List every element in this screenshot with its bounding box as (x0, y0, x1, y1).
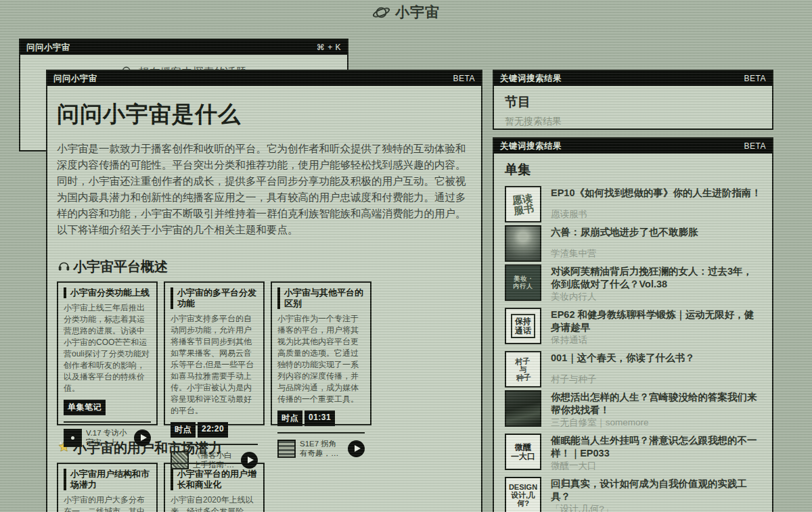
podcast-name: 保持通话 (551, 334, 761, 346)
episode-title: 对谈阿芙精油背后力挽狂澜的女人：过去3年，你到底做对了什么？Vol.38 (551, 265, 761, 291)
ask-answer-window: 问问小宇宙 BETA 问问小宇宙是什么 小宇宙是一款致力于播客创作和收听的平台。… (46, 70, 482, 512)
card-body: 小宇宙支持多平台的自动同步功能，允许用户将播客节目同步到其他如苹果播客、网易云音… (171, 313, 258, 417)
card-body: 小宇宙作为一个专注于播客的平台，用户将其视为比其他内容平台更高质量的选项。它通过… (277, 313, 365, 405)
topic-card: 小宇宙平台的用户增长和商业化 小宇宙自2020年上线以来，经过多个发展阶段，从验… (164, 463, 265, 512)
episode-title: 催眠能当人生外挂吗？潜意识怎么跟我想的不一样！｜EP033 (551, 434, 761, 460)
note-type-badge: 单集笔记 (64, 400, 106, 415)
episode-source[interactable]: S1E7 拐角有奇趣，年轻大社... (277, 434, 365, 458)
card-title: 小宇宙的多平台分发功能 (171, 287, 258, 309)
episode-result-item[interactable]: DESIGN 设计,几何? 回归真实，设计如何成为自我价值观的实践工具？ 「设计… (505, 477, 761, 512)
episode-results-list: 愿读 服书 EP10《如何找到想做的事》你的人生进阶指南！ 愿读服书 六兽：尿崩… (505, 186, 761, 512)
planet-icon (372, 3, 390, 22)
episodes-panel-titlebar[interactable]: 关键词搜索结果 BETA (494, 139, 772, 154)
beta-badge: BETA (744, 141, 766, 151)
play-button[interactable] (348, 440, 365, 457)
shows-panel-titlebar[interactable]: 关键词搜索结果 BETA (494, 71, 772, 86)
search-window-title: 问问小宇宙 (26, 42, 70, 53)
brand-logo: 小宇宙 (0, 3, 812, 22)
topic-card: 小宇宙的多平台分发功能 小宇宙支持多平台的自动同步功能，允许用户将播客节目同步到… (164, 281, 265, 425)
podcast-name: 美妆内行人 (551, 291, 761, 303)
timepoint-label-badge: 时点 (277, 411, 302, 426)
episode-result-item[interactable]: 村子 与 种子 001｜这个春天，你读了什么书？ 村子与种子 (505, 351, 761, 388)
podcast-name: 三无自修室｜somemore (551, 417, 761, 429)
episode-cover: 村子 与 种子 (505, 351, 541, 388)
card-body: 小宇宙的用户大多分布在一、二线城市，其中许多用户的年收入超过25万，68%为女性… (64, 494, 151, 512)
episode-cover: 愿读 服书 (505, 186, 541, 223)
podcast-name: 村子与种子 (551, 373, 761, 386)
timestamp-badge: 01:31 (304, 411, 335, 426)
episode-cover: 微醺 一大口 (505, 434, 541, 470)
episode-cover: 美妆 · 内行人 (505, 264, 541, 301)
search-window-titlebar[interactable]: 问问小宇宙 ⌘ + K (20, 40, 347, 55)
topic-card: 小宇宙用户结构和市场潜力 小宇宙的用户大多分布在一、二线城市，其中许多用户的年收… (57, 463, 158, 512)
podcast-name: 愿读服书 (551, 208, 761, 220)
cover-text: 愿读 服书 (512, 193, 535, 216)
answer-window-title: 问问小宇宙 (53, 73, 97, 85)
panel-title: 关键词搜索结果 (500, 141, 562, 152)
podcast-name: 学渣集中营 (551, 248, 761, 260)
episode-title: 六兽：尿崩式地进步了也不敢膨胀 (551, 226, 761, 239)
intro-paragraph: 小宇宙是一款致力于播客创作和收听的平台。它为创作者和听众提供了独特的互动体验和深… (57, 141, 472, 238)
episode-result-item[interactable]: 美妆 · 内行人 对谈阿芙精油背后力挽狂澜的女人：过去3年，你到底做对了什么？V… (505, 264, 761, 305)
episode-cover: DESIGN 设计,几何? (505, 477, 541, 512)
card-title: 小宇宙用户结构和市场潜力 (64, 469, 151, 490)
episodes-heading: 单集 (505, 161, 761, 179)
episode-title: 001｜这个春天，你读了什么书？ (551, 352, 761, 365)
timestamp-badge: 22:20 (198, 422, 228, 438)
topic-card: 小宇宙与其他平台的区别 小宇宙作为一个专注于播客的平台，用户将其视为比其他内容平… (271, 281, 371, 425)
shows-heading: 节目 (505, 93, 761, 111)
cards-row-users: 小宇宙用户结构和市场潜力 小宇宙的用户大多分布在一、二线城市，其中许多用户的年收… (57, 463, 472, 512)
episode-result-item[interactable]: 你想活出怎样的人生？宫崎骏没给的答案我们来帮你找找看！ 三无自修室｜somemo… (505, 390, 761, 431)
cover-text: 美妆 · 内行人 (513, 275, 533, 290)
cover-text: DESIGN 设计,几何? (506, 483, 540, 507)
timepoint-label-badge: 时点 (171, 422, 196, 438)
card-body: 小宇宙上线三年后推出分类功能，标志着其运营思路的进展。访谈中小宇宙的COO芒芒和… (64, 302, 151, 394)
brand-name: 小宇宙 (395, 3, 440, 22)
beta-badge: BETA (744, 74, 766, 83)
section-header-platform-overview: 小宇宙平台概述 (57, 258, 472, 276)
no-results-text: 暂无搜索结果 (505, 116, 761, 128)
episode-result-item[interactable]: 微醺 一大口 催眠能当人生外挂吗？潜意识怎么跟我想的不一样！｜EP033 微醺一… (505, 434, 761, 474)
episode-cover (505, 225, 541, 262)
section-title: 小宇宙平台概述 (73, 258, 168, 276)
episode-title: EP62 和健身教练聊科学锻炼｜运动无限好，健身请趁早 (551, 308, 761, 334)
topic-card: 小宇宙分类功能上线 小宇宙上线三年后推出分类功能，标志着其运营思路的进展。访谈中… (57, 281, 158, 425)
card-title: 小宇宙与其他平台的区别 (277, 287, 365, 309)
keyword-results-shows-panel: 关键词搜索结果 BETA 节目 暂无搜索结果 (493, 70, 773, 130)
answer-window-titlebar[interactable]: 问问小宇宙 BETA (47, 71, 481, 86)
episode-title: 你想活出怎样的人生？宫崎骏没给的答案我们来帮你找找看！ (551, 391, 761, 417)
episode-cover: 保持 通话 (505, 308, 541, 344)
cover-text: 村子 与 种子 (515, 356, 531, 381)
play-button[interactable] (134, 429, 151, 446)
cover-text: 微醺 一大口 (511, 442, 535, 461)
cards-row-overview: 小宇宙分类功能上线 小宇宙上线三年后推出分类功能，标志着其运营思路的进展。访谈中… (57, 281, 472, 425)
section-header-users-market: 小宇宙的用户和市场潜力 (57, 439, 472, 457)
episode-result-item[interactable]: 愿读 服书 EP10《如何找到想做的事》你的人生进阶指南！ 愿读服书 (505, 186, 761, 223)
episode-result-item[interactable]: 保持 通话 EP62 和健身教练聊科学锻炼｜运动无限好，健身请趁早 保持通话 (505, 308, 761, 348)
app-background: 小宇宙 问问小宇宙 ⌘ + K 想在播客中探索的话题 问问小宇宙 BETA 问问… (0, 0, 812, 512)
card-body: 小宇宙自2020年上线以来，经过多个发展阶段，从验证需求到渐渐成为重要平台，在用… (171, 494, 258, 512)
episode-title: EP10《如何找到想做的事》你的人生进阶指南！ (551, 187, 761, 200)
episode-title: S1E7 拐角有奇趣，年轻大社... (300, 439, 344, 458)
episode-cover (505, 390, 541, 427)
play-button[interactable] (241, 452, 258, 469)
cover-text: 保持 通话 (511, 314, 535, 338)
card-title: 小宇宙分类功能上线 (64, 287, 151, 298)
headphones-icon (57, 258, 71, 276)
keyword-results-episodes-panel: 关键词搜索结果 BETA 单集 愿读 服书 EP10《如何找到想做的事》你的人生… (493, 137, 773, 512)
podcast-name: 「设计,几何?」 (551, 503, 761, 512)
card-title: 小宇宙平台的用户增长和商业化 (171, 469, 258, 490)
beta-badge: BETA (453, 74, 475, 83)
episode-cover (64, 429, 82, 447)
episode-result-item[interactable]: 六兽：尿崩式地进步了也不敢膨胀 学渣集中营 (505, 225, 761, 262)
keyboard-shortcut: ⌘ + K (317, 43, 341, 52)
podcast-name: 微醺一大口 (551, 460, 761, 472)
page-title: 问问小宇宙是什么 (57, 99, 472, 130)
episode-title: 回归真实，设计如何成为自我价值观的实践工具？ (551, 478, 761, 503)
panel-title: 关键词搜索结果 (500, 73, 562, 85)
episode-cover (277, 440, 296, 458)
